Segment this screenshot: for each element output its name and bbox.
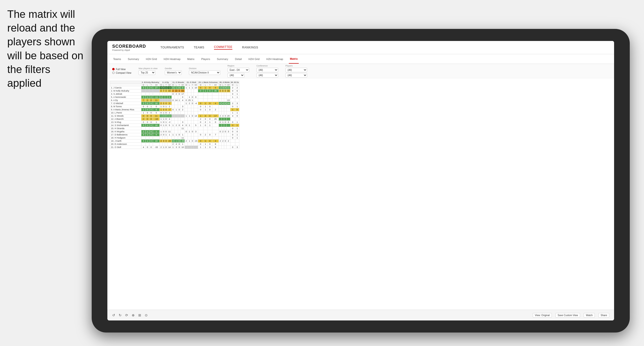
subnav-h2h-heatmap[interactable]: H2H Heatmap xyxy=(163,54,182,64)
save-custom-button[interactable]: Save Custom View xyxy=(556,313,580,318)
players-all-select[interactable]: (All) xyxy=(286,73,307,78)
cell xyxy=(167,127,172,130)
zoom-icon[interactable]: ⊕ xyxy=(132,313,135,317)
subnav-matrix[interactable]: Matrix xyxy=(186,54,196,64)
cell: 1 xyxy=(160,96,163,99)
cell: 0 xyxy=(208,118,212,121)
cell: 0 xyxy=(149,146,153,149)
cell: 3 xyxy=(142,96,146,99)
cell: 0 xyxy=(146,118,149,121)
cell xyxy=(203,136,208,140)
cell xyxy=(226,136,230,140)
nav-tournaments[interactable]: TOURNAMENTS xyxy=(160,46,184,49)
cell xyxy=(208,93,212,96)
cell: 1 xyxy=(191,86,194,89)
nav-committee[interactable]: COMMITTEE xyxy=(214,45,232,50)
cell: 1 xyxy=(160,121,163,124)
subnav-detail[interactable]: Detail xyxy=(234,54,243,64)
cell xyxy=(212,124,219,127)
cell xyxy=(188,121,191,124)
wlt-w5: W xyxy=(198,84,203,86)
conference-select[interactable]: (All) xyxy=(256,68,278,72)
cell: 1 xyxy=(188,86,191,89)
cell: 1 xyxy=(235,136,239,140)
clock-icon[interactable]: ⊙ xyxy=(145,313,148,317)
view-original-button[interactable]: View: Original xyxy=(533,313,552,318)
cell xyxy=(185,111,188,114)
wlt-dif6: Dif xyxy=(226,84,230,86)
compact-view-option[interactable]: Compact View xyxy=(112,72,131,74)
refresh-icon[interactable]: ⟳ xyxy=(125,313,128,317)
compact-view-radio[interactable] xyxy=(112,72,114,74)
subnav-h2h-heatmap2[interactable]: H2H Heatmap xyxy=(266,54,284,64)
cell xyxy=(162,127,165,130)
sub-nav: Teams Summary H2H Grid H2H Heatmap Matri… xyxy=(107,54,614,64)
cell: 11 xyxy=(180,136,185,140)
cell xyxy=(174,130,178,133)
cell xyxy=(235,99,239,102)
cell xyxy=(219,143,222,146)
wlt-l6: L xyxy=(222,84,224,86)
cell: 0 xyxy=(198,108,203,111)
cell: 1 xyxy=(146,86,149,89)
cell: -4 xyxy=(194,102,198,105)
subnav-h2h-grid2[interactable]: H2H Grid xyxy=(248,54,260,64)
subnav-summary2[interactable]: Summary xyxy=(216,54,229,64)
cell xyxy=(172,105,174,108)
redo-icon[interactable]: ↻ xyxy=(119,313,122,317)
undo-icon[interactable]: ↺ xyxy=(112,313,115,317)
cell: 7 xyxy=(162,89,165,93)
cell: 1 xyxy=(185,102,188,105)
full-view-radio[interactable] xyxy=(112,68,114,70)
max-players-select[interactable]: Top 25 Top 50 All xyxy=(138,70,156,75)
wlt-t1: T xyxy=(149,84,153,86)
matrix-area[interactable]: 2. M Kelly Mulcahy 6. A Dy 11. G Woods 2… xyxy=(107,78,614,310)
subnav-matrix2[interactable]: Matrix xyxy=(289,54,298,64)
cell: 1 xyxy=(146,96,149,99)
cell xyxy=(165,136,167,140)
subnav-players[interactable]: Players xyxy=(200,54,211,64)
cell: 4 xyxy=(180,124,185,127)
cell: 0 xyxy=(230,93,235,96)
subnav-summary[interactable]: Summary xyxy=(127,54,140,64)
player-name: 21. O Stoll xyxy=(110,146,142,149)
bottom-toolbar: ↺ ↻ ⟳ ⊕ ⊞ ⊙ View: Original Save Custom V… xyxy=(107,310,614,321)
cell: 1 xyxy=(188,114,191,118)
cell xyxy=(153,136,160,140)
cell: 0 xyxy=(172,99,174,102)
cell xyxy=(188,108,191,111)
cell: 1 xyxy=(235,105,239,108)
watch-button[interactable]: Watch xyxy=(584,313,595,318)
cell xyxy=(222,124,224,127)
cell: -18 xyxy=(153,118,160,121)
settings-icon[interactable]: ⊞ xyxy=(138,313,141,317)
nav-teams[interactable]: TEAMS xyxy=(194,46,204,49)
cell: 1 xyxy=(188,130,191,133)
cell xyxy=(191,108,194,111)
cell: 0 xyxy=(160,89,163,93)
cell: 0 xyxy=(208,108,212,111)
cell: 0 xyxy=(165,118,167,121)
nav-rankings[interactable]: RANKINGS xyxy=(242,46,258,49)
cell: 0 xyxy=(230,133,235,136)
players-select[interactable]: (All) xyxy=(286,68,307,72)
table-row: 18. H Hodgson 11 xyxy=(110,136,239,140)
cell xyxy=(226,133,230,136)
full-view-option[interactable]: Full View xyxy=(112,68,131,71)
subnav-teams[interactable]: Teams xyxy=(112,54,122,64)
gender-select[interactable]: Women's Men's xyxy=(165,70,182,75)
wlt-dif3: Dif xyxy=(180,84,185,86)
cell: 0 xyxy=(172,108,174,111)
cell xyxy=(172,121,174,124)
division-select[interactable]: NCAA Division II NCAA Division I NCAA Di… xyxy=(189,70,220,75)
table-row: 15. H Stranda 11 xyxy=(110,127,239,130)
conference-all-select[interactable]: (All) xyxy=(256,73,278,78)
cell: 0 xyxy=(162,140,165,143)
share-button[interactable]: Share xyxy=(598,313,609,318)
subnav-h2h-grid[interactable]: H2H Grid xyxy=(145,54,158,64)
region-select[interactable]: East - DII (All) West - DII xyxy=(228,68,249,72)
wlt-l2: L xyxy=(162,84,165,86)
cell: 1 xyxy=(198,146,203,149)
region-all-select[interactable]: (All) xyxy=(228,73,244,78)
cell: 35 xyxy=(212,89,219,93)
